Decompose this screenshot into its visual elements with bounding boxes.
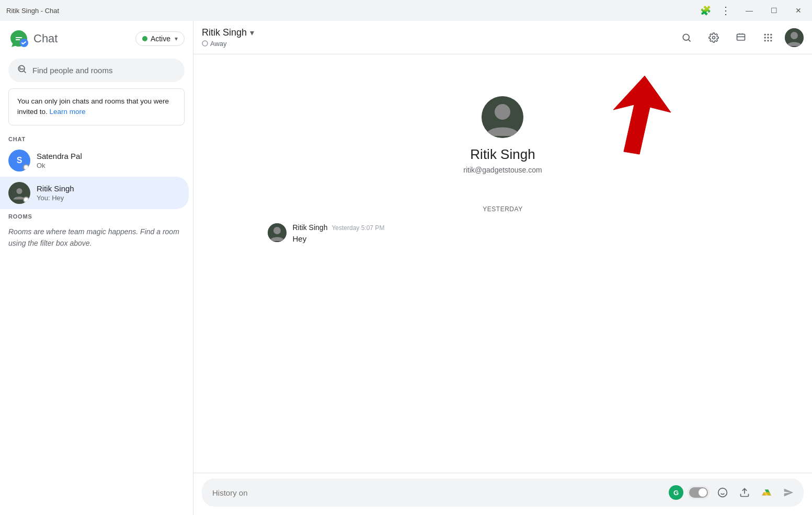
chat-contact-status: Away <box>210 40 227 48</box>
titlebar: Ritik Singh - Chat 🧩 ⋮ — ☐ ✕ <box>0 0 812 21</box>
apps-grid-button[interactable] <box>758 27 779 48</box>
chat-header-info: Ritik Singh ▾ Away <box>202 27 254 48</box>
sidebar: Chat Active ▾ Find people and <box>0 21 193 515</box>
window-title: Ritik Singh - Chat <box>6 7 59 15</box>
contact-profile-email: ritik@gadgetstouse.com <box>463 166 542 174</box>
search-placeholder-text: Find people and rooms <box>32 66 112 75</box>
chevron-down-icon: ▾ <box>175 35 178 42</box>
chat-header-right <box>676 27 804 48</box>
messages-area: Ritik Singh Yesterday 5:07 PM Hey <box>268 223 738 251</box>
svg-point-26 <box>791 32 798 39</box>
notification-button[interactable] <box>730 27 751 48</box>
svg-point-18 <box>770 33 772 35</box>
svg-point-22 <box>764 40 766 41</box>
message-text: Hey <box>293 233 738 245</box>
chat-info-satendra: Satendra Pal Ok <box>37 152 180 169</box>
drive-icon <box>761 487 772 498</box>
svg-point-17 <box>767 33 769 35</box>
message-input-box: G <box>202 478 804 507</box>
svg-point-28 <box>495 104 510 120</box>
learn-more-link[interactable]: Learn more <box>50 108 86 116</box>
status-badge[interactable]: Active ▾ <box>135 31 185 46</box>
header-dropdown-icon[interactable]: ▾ <box>250 28 254 38</box>
svg-point-11 <box>713 36 715 39</box>
chat-main: Ritik Singh ▾ Away <box>193 21 812 515</box>
info-banner: You can only join chats and rooms that y… <box>8 88 185 125</box>
svg-point-30 <box>273 227 281 234</box>
upload-button[interactable] <box>736 484 753 501</box>
svg-point-20 <box>767 37 769 38</box>
history-toggle[interactable] <box>688 486 710 499</box>
chat-header: Ritik Singh ▾ Away <box>193 21 812 54</box>
svg-point-21 <box>770 37 772 38</box>
send-button[interactable] <box>780 484 797 501</box>
chat-profile-section: Ritik Singh ritik@gadgetstouse.com <box>463 96 542 174</box>
chat-preview-ritik: You: Hey <box>37 194 180 202</box>
svg-point-16 <box>764 33 766 35</box>
chat-name-satendra: Satendra Pal <box>37 152 180 161</box>
message-sender: Ritik Singh <box>293 223 328 232</box>
settings-button[interactable] <box>703 27 724 48</box>
status-indicator-ritik <box>23 197 29 203</box>
avatar-initial-satendra: S <box>17 156 22 165</box>
svg-point-31 <box>718 488 727 497</box>
svg-line-3 <box>24 71 26 73</box>
status-label: Active <box>151 35 170 43</box>
search-box[interactable]: Find people and rooms <box>8 59 185 82</box>
chat-body: Ritik Singh ritik@gadgetstouse.com YESTE… <box>193 54 812 473</box>
minimize-button[interactable]: — <box>741 4 757 17</box>
date-divider-text: YESTERDAY <box>476 205 529 213</box>
message-header: Ritik Singh Yesterday 5:07 PM <box>293 223 738 232</box>
chat-preview-satendra: Ok <box>37 162 180 169</box>
user-profile-icon <box>785 28 804 47</box>
away-status-icon <box>202 40 208 47</box>
message-avatar <box>268 223 287 242</box>
toggle-track <box>689 487 708 498</box>
rooms-section-header: ROOMS <box>0 209 193 222</box>
svg-point-24 <box>770 40 772 41</box>
drive-button[interactable] <box>758 484 775 501</box>
chat-header-left: Ritik Singh ▾ Away <box>202 27 254 48</box>
svg-point-23 <box>767 40 769 41</box>
chat-contact-name: Ritik Singh <box>202 27 247 38</box>
search-container: Find people and rooms <box>0 54 193 88</box>
emoji-button[interactable] <box>714 484 731 501</box>
more-options-icon[interactable]: ⋮ <box>720 4 732 17</box>
user-avatar-header[interactable] <box>785 28 804 47</box>
rooms-placeholder-text: Rooms are where team magic happens. Find… <box>0 222 193 254</box>
chat-item-ritik[interactable]: Ritik Singh You: Hey <box>0 177 189 209</box>
toggle-thumb <box>699 488 707 497</box>
chat-item-satendra[interactable]: S Satendra Pal Ok <box>0 144 189 177</box>
chat-logo-icon <box>8 28 29 49</box>
svg-point-6 <box>16 188 22 193</box>
avatar-satendra: S <box>8 150 30 171</box>
close-button[interactable]: ✕ <box>791 4 806 17</box>
maximize-button[interactable]: ☐ <box>767 4 782 17</box>
svg-point-8 <box>202 41 208 46</box>
svg-point-19 <box>764 37 766 38</box>
svg-rect-12 <box>737 34 745 40</box>
contact-profile-avatar <box>482 96 523 138</box>
status-dot-icon <box>142 36 147 41</box>
contact-profile-name: Ritik Singh <box>470 146 535 163</box>
search-button[interactable] <box>676 27 697 48</box>
info-text: You can only join chats and rooms that y… <box>17 97 169 116</box>
avatar-ritik <box>8 182 30 204</box>
chat-input-area: G <box>193 473 812 515</box>
message-content: Ritik Singh Yesterday 5:07 PM Hey <box>293 223 738 245</box>
svg-point-9 <box>683 34 689 40</box>
message-row: Ritik Singh Yesterday 5:07 PM Hey <box>268 223 738 245</box>
app-name-label: Chat <box>33 32 58 45</box>
svg-line-10 <box>689 39 691 41</box>
find-people-icon <box>17 64 27 77</box>
chat-section-header: CHAT <box>0 132 193 144</box>
extension-icon[interactable]: 🧩 <box>700 5 711 16</box>
app-container: Chat Active ▾ Find people and <box>0 21 812 515</box>
grammarly-button[interactable]: G <box>669 485 683 500</box>
message-input[interactable] <box>212 488 665 497</box>
date-divider: YESTERDAY <box>235 205 770 213</box>
chat-name-ritik: Ritik Singh <box>37 184 180 193</box>
message-time: Yesterday 5:07 PM <box>331 224 384 232</box>
status-indicator-satendra <box>23 164 29 170</box>
sidebar-header: Chat Active ▾ <box>0 21 193 54</box>
